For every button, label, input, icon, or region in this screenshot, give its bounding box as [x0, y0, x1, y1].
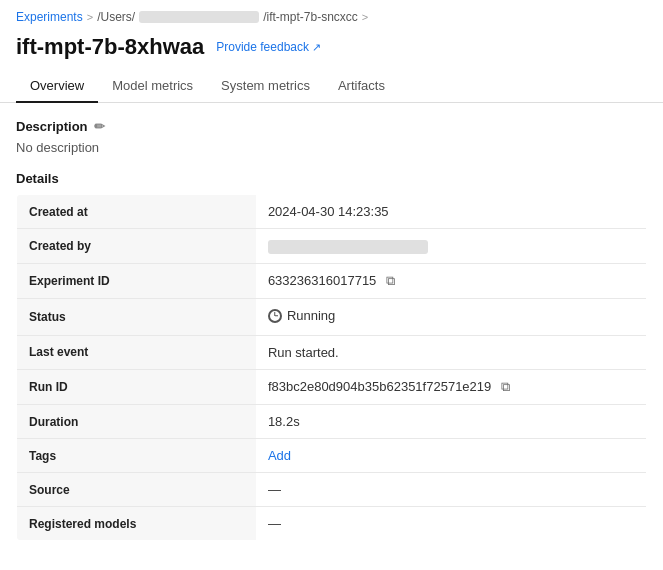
row-value-created-by	[256, 229, 647, 264]
status-text: Running	[287, 308, 335, 323]
breadcrumb-sep2: >	[362, 11, 368, 23]
tab-overview[interactable]: Overview	[16, 70, 98, 103]
table-row: Created at 2024-04-30 14:23:35	[17, 195, 647, 229]
row-key-source: Source	[17, 473, 256, 507]
table-row: Status Running	[17, 299, 647, 336]
details-section-title: Details	[16, 171, 647, 186]
breadcrumb-experiments[interactable]: Experiments	[16, 10, 83, 24]
table-row: Duration 18.2s	[17, 405, 647, 439]
table-row: Created by	[17, 229, 647, 264]
row-key-created-by: Created by	[17, 229, 256, 264]
tab-artifacts[interactable]: Artifacts	[324, 70, 399, 103]
main-content: Description ✏ No description Details Cre…	[0, 103, 663, 557]
row-key-tags: Tags	[17, 439, 256, 473]
row-value-created-at: 2024-04-30 14:23:35	[256, 195, 647, 229]
table-row: Last event Run started.	[17, 335, 647, 369]
feedback-label: Provide feedback	[216, 40, 309, 54]
row-value-experiment-id: 633236316017715 ⧉	[256, 263, 647, 299]
breadcrumb-users: /Users/	[97, 10, 135, 24]
details-table: Created at 2024-04-30 14:23:35 Created b…	[16, 194, 647, 541]
row-value-status: Running	[256, 299, 647, 336]
copy-experiment-id-icon[interactable]: ⧉	[386, 273, 395, 289]
no-description-text: No description	[16, 140, 647, 155]
row-key-last-event: Last event	[17, 335, 256, 369]
breadcrumb-blurred	[139, 11, 259, 23]
status-badge: Running	[268, 308, 335, 323]
row-key-status: Status	[17, 299, 256, 336]
row-key-experiment-id: Experiment ID	[17, 263, 256, 299]
external-link-icon: ↗	[312, 41, 321, 54]
description-section-title: Description ✏	[16, 119, 647, 134]
breadcrumb-sep1: >	[87, 11, 93, 23]
copy-run-id-icon[interactable]: ⧉	[501, 379, 510, 395]
tab-bar: Overview Model metrics System metrics Ar…	[0, 70, 663, 103]
page-title: ift-mpt-7b-8xhwaa	[16, 34, 204, 60]
table-row: Run ID f83bc2e80d904b35b62351f72571e219 …	[17, 369, 647, 405]
row-value-tags: Add	[256, 439, 647, 473]
breadcrumb-run: /ift-mpt-7b-sncxcc	[263, 10, 358, 24]
tab-system-metrics[interactable]: System metrics	[207, 70, 324, 103]
table-row: Experiment ID 633236316017715 ⧉	[17, 263, 647, 299]
edit-icon[interactable]: ✏	[94, 119, 105, 134]
row-value-last-event: Run started.	[256, 335, 647, 369]
page-title-row: ift-mpt-7b-8xhwaa Provide feedback ↗	[0, 30, 663, 70]
table-row: Registered models —	[17, 507, 647, 541]
add-tags-link[interactable]: Add	[268, 448, 291, 463]
row-value-run-id: f83bc2e80d904b35b62351f72571e219 ⧉	[256, 369, 647, 405]
created-by-blurred	[268, 240, 428, 254]
table-row: Source —	[17, 473, 647, 507]
breadcrumb: Experiments > /Users/ /ift-mpt-7b-sncxcc…	[0, 0, 663, 30]
table-row: Tags Add	[17, 439, 647, 473]
description-label: Description	[16, 119, 88, 134]
row-key-created-at: Created at	[17, 195, 256, 229]
status-clock-icon	[268, 309, 282, 323]
row-value-duration: 18.2s	[256, 405, 647, 439]
row-key-duration: Duration	[17, 405, 256, 439]
run-id-value: f83bc2e80d904b35b62351f72571e219	[268, 379, 491, 394]
experiment-id-value: 633236316017715	[268, 273, 376, 288]
row-key-run-id: Run ID	[17, 369, 256, 405]
tab-model-metrics[interactable]: Model metrics	[98, 70, 207, 103]
row-value-registered-models: —	[256, 507, 647, 541]
row-value-source: —	[256, 473, 647, 507]
feedback-link[interactable]: Provide feedback ↗	[216, 40, 321, 54]
row-key-registered-models: Registered models	[17, 507, 256, 541]
